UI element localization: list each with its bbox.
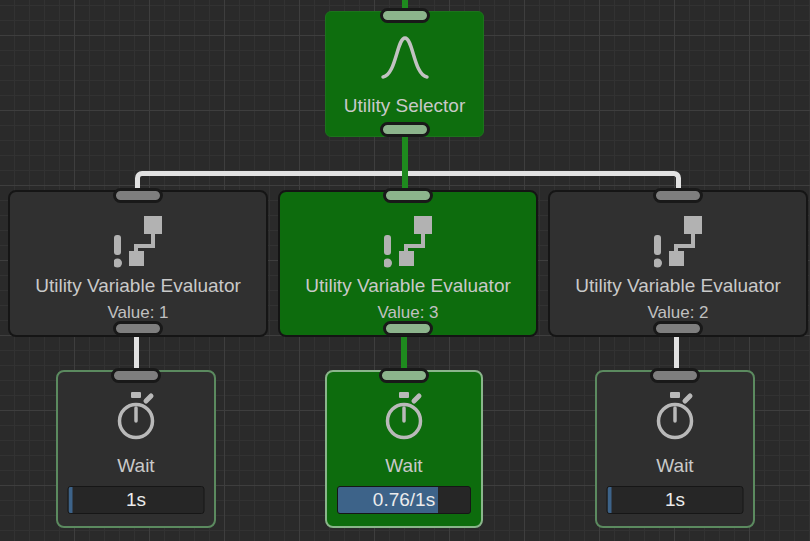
gaussian-curve-icon (326, 34, 483, 80)
variable-evaluator-icon (550, 216, 806, 269)
connection-root-to-evaluator-2 (402, 132, 408, 192)
node-title: Utility Selector (326, 94, 483, 118)
connection-evaluator-3-to-wait-3 (674, 333, 679, 372)
node-title: Wait (597, 454, 753, 478)
wait-progress-label: 1s (608, 487, 743, 513)
input-port[interactable] (653, 188, 703, 203)
input-port[interactable] (113, 188, 163, 203)
input-port[interactable] (380, 8, 430, 23)
output-port[interactable] (383, 321, 433, 336)
node-title: Utility Variable Evaluator (280, 274, 536, 298)
connection-evaluator-1-to-wait-1 (134, 333, 139, 372)
node-utility-variable-evaluator-3[interactable]: Utility Variable Evaluator Value: 2 (548, 190, 808, 337)
stopwatch-icon (597, 392, 753, 442)
node-wait-3[interactable]: Wait 1s (595, 370, 755, 528)
node-utility-selector[interactable]: Utility Selector (325, 11, 484, 137)
node-title: Wait (58, 454, 214, 478)
stopwatch-icon (327, 392, 481, 442)
node-utility-variable-evaluator-1[interactable]: Utility Variable Evaluator Value: 1 (8, 190, 268, 337)
node-title: Utility Variable Evaluator (10, 274, 266, 298)
wait-progress-bar: 1s (68, 486, 205, 514)
node-wait-1[interactable]: Wait 1s (56, 370, 216, 528)
wait-progress-bar: 1s (607, 486, 744, 514)
node-wait-2[interactable]: Wait 0.76/1s (325, 370, 483, 528)
node-title: Wait (327, 454, 481, 478)
wait-progress-bar: 0.76/1s (337, 486, 471, 514)
variable-evaluator-icon (280, 216, 536, 269)
node-title: Utility Variable Evaluator (550, 274, 806, 298)
stopwatch-icon (58, 392, 214, 442)
output-port[interactable] (113, 321, 163, 336)
variable-evaluator-icon (10, 216, 266, 269)
input-port[interactable] (111, 368, 161, 383)
connection-evaluator-2-to-wait-2 (401, 333, 407, 372)
output-port[interactable] (653, 321, 703, 336)
node-utility-variable-evaluator-2[interactable]: Utility Variable Evaluator Value: 3 (278, 190, 538, 337)
input-port[interactable] (379, 368, 429, 383)
wait-progress-label: 1s (69, 487, 204, 513)
input-port[interactable] (383, 188, 433, 203)
input-port[interactable] (650, 368, 700, 383)
behavior-tree-canvas[interactable]: Utility Selector Utility Variable Evalua… (0, 0, 810, 541)
wait-progress-label: 0.76/1s (338, 487, 470, 513)
output-port[interactable] (380, 122, 430, 137)
